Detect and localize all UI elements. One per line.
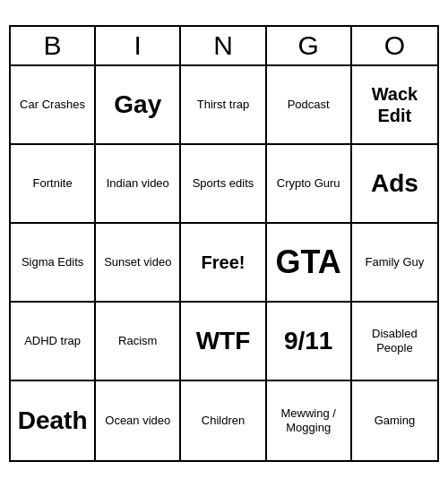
header-letter-n: N — [181, 27, 266, 64]
cell-text-3: Podcast — [288, 98, 330, 112]
cell-text-18: 9/11 — [284, 326, 333, 356]
header-letter-g: G — [267, 27, 352, 64]
bingo-cell-19: Disabled People — [352, 303, 437, 381]
bingo-cell-20: Death — [11, 381, 96, 460]
cell-text-21: Ocean video — [105, 414, 170, 428]
cell-text-5: Fortnite — [33, 176, 73, 191]
bingo-cell-2: Thirst trap — [181, 66, 266, 145]
cell-text-24: Gaming — [375, 414, 416, 428]
bingo-card: BINGO Car CrashesGayThirst trapPodcastWa… — [9, 25, 439, 462]
bingo-grid: Car CrashesGayThirst trapPodcastWack Edi… — [11, 66, 437, 460]
bingo-cell-12: Free! — [181, 224, 266, 303]
cell-text-11: Sunset video — [104, 255, 171, 269]
bingo-cell-4: Wack Edit — [352, 66, 437, 145]
bingo-cell-8: Crypto Guru — [267, 145, 352, 224]
cell-text-14: Family Guy — [366, 255, 425, 269]
header-letter-i: I — [96, 27, 181, 64]
cell-text-13: GTA — [276, 243, 341, 281]
bingo-cell-10: Sigma Edits — [11, 224, 96, 303]
cell-text-23: Mewwing / Mogging — [271, 406, 347, 434]
bingo-cell-22: Children — [181, 381, 266, 460]
cell-text-0: Car Crashes — [20, 98, 85, 112]
bingo-cell-15: ADHD trap — [11, 303, 96, 381]
header-letter-o: O — [352, 27, 437, 64]
bingo-cell-11: Sunset video — [96, 224, 181, 303]
bingo-cell-1: Gay — [96, 66, 181, 145]
cell-text-1: Gay — [114, 90, 161, 120]
bingo-cell-5: Fortnite — [11, 145, 96, 224]
bingo-cell-9: Ads — [352, 145, 437, 224]
cell-text-12: Free! — [202, 252, 246, 273]
cell-text-9: Ads — [371, 168, 418, 199]
cell-text-19: Disabled People — [356, 327, 434, 355]
bingo-cell-14: Family Guy — [352, 224, 437, 303]
bingo-cell-21: Ocean video — [96, 381, 181, 460]
cell-text-20: Death — [18, 406, 88, 436]
bingo-cell-13: GTA — [267, 224, 352, 303]
cell-text-10: Sigma Edits — [22, 255, 83, 269]
bingo-cell-23: Mewwing / Mogging — [267, 381, 352, 460]
bingo-cell-7: Sports edits — [181, 145, 266, 224]
bingo-cell-0: Car Crashes — [11, 66, 96, 145]
cell-text-22: Children — [202, 414, 245, 428]
cell-text-7: Sports edits — [193, 176, 254, 191]
bingo-cell-3: Podcast — [267, 66, 352, 145]
bingo-cell-6: Indian video — [96, 145, 181, 224]
header-letter-b: B — [11, 27, 96, 64]
cell-text-4: Wack Edit — [356, 83, 434, 126]
cell-text-17: WTF — [196, 326, 251, 356]
cell-text-15: ADHD trap — [24, 334, 81, 348]
cell-text-6: Indian video — [107, 176, 169, 191]
bingo-cell-24: Gaming — [352, 381, 437, 460]
bingo-cell-18: 9/11 — [267, 303, 352, 381]
bingo-cell-17: WTF — [181, 303, 266, 381]
bingo-header: BINGO — [11, 27, 437, 66]
cell-text-16: Racism — [118, 334, 157, 348]
cell-text-2: Thirst trap — [197, 98, 250, 112]
bingo-cell-16: Racism — [96, 303, 181, 381]
cell-text-8: Crypto Guru — [277, 176, 340, 191]
